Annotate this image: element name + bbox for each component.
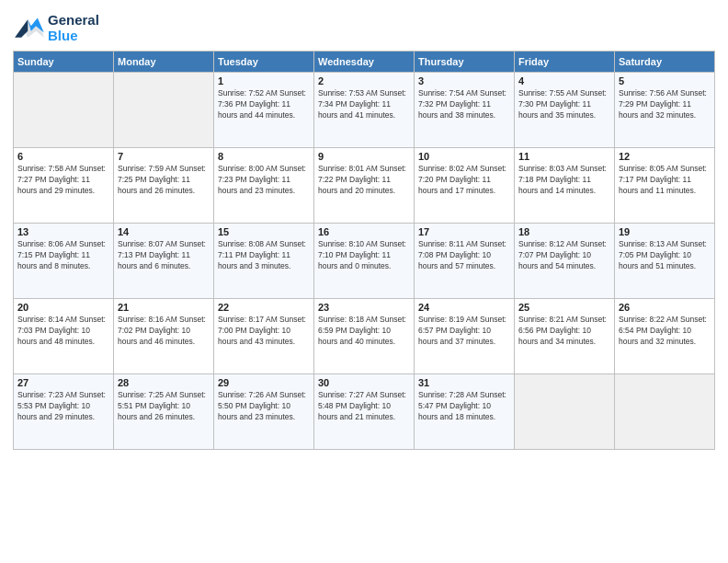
day-info: Sunrise: 7:26 AM Sunset: 5:50 PM Dayligh… xyxy=(218,390,310,423)
day-number: 27 xyxy=(17,377,109,388)
logo-general: General xyxy=(48,13,99,29)
day-number: 5 xyxy=(619,75,711,86)
day-header-monday: Monday xyxy=(114,52,214,73)
day-cell: 11Sunrise: 8:03 AM Sunset: 7:18 PM Dayli… xyxy=(515,148,615,224)
day-cell: 31Sunrise: 7:28 AM Sunset: 5:47 PM Dayli… xyxy=(415,374,515,450)
day-cell: 25Sunrise: 8:21 AM Sunset: 6:56 PM Dayli… xyxy=(515,299,615,374)
day-cell: 10Sunrise: 8:02 AM Sunset: 7:20 PM Dayli… xyxy=(415,148,515,224)
day-cell: 2Sunrise: 7:53 AM Sunset: 7:34 PM Daylig… xyxy=(314,73,415,148)
day-info: Sunrise: 8:08 AM Sunset: 7:11 PM Dayligh… xyxy=(218,239,310,272)
day-info: Sunrise: 8:17 AM Sunset: 7:00 PM Dayligh… xyxy=(218,315,310,348)
week-row-1: 1Sunrise: 7:52 AM Sunset: 7:36 PM Daylig… xyxy=(14,73,715,148)
day-cell xyxy=(114,73,214,148)
day-cell: 26Sunrise: 8:22 AM Sunset: 6:54 PM Dayli… xyxy=(615,299,715,374)
day-cell: 4Sunrise: 7:55 AM Sunset: 7:30 PM Daylig… xyxy=(515,73,615,148)
day-number: 10 xyxy=(418,151,510,162)
day-info: Sunrise: 7:52 AM Sunset: 7:36 PM Dayligh… xyxy=(218,88,310,121)
page-container: General Blue SundayMondayTuesdayWednesda… xyxy=(0,0,728,563)
day-info: Sunrise: 8:07 AM Sunset: 7:13 PM Dayligh… xyxy=(118,239,210,272)
day-number: 8 xyxy=(218,151,310,162)
day-cell: 3Sunrise: 7:54 AM Sunset: 7:32 PM Daylig… xyxy=(415,73,515,148)
day-info: Sunrise: 7:27 AM Sunset: 5:48 PM Dayligh… xyxy=(318,390,410,423)
day-info: Sunrise: 8:10 AM Sunset: 7:10 PM Dayligh… xyxy=(318,239,410,272)
day-info: Sunrise: 8:21 AM Sunset: 6:56 PM Dayligh… xyxy=(518,315,610,348)
day-info: Sunrise: 8:22 AM Sunset: 6:54 PM Dayligh… xyxy=(619,315,711,348)
day-info: Sunrise: 8:16 AM Sunset: 7:02 PM Dayligh… xyxy=(118,315,210,348)
week-row-5: 27Sunrise: 7:23 AM Sunset: 5:53 PM Dayli… xyxy=(14,374,715,450)
day-info: Sunrise: 8:14 AM Sunset: 7:03 PM Dayligh… xyxy=(17,315,109,348)
day-info: Sunrise: 7:58 AM Sunset: 7:27 PM Dayligh… xyxy=(17,164,109,197)
day-info: Sunrise: 8:01 AM Sunset: 7:22 PM Dayligh… xyxy=(318,164,410,197)
logo: General Blue xyxy=(13,13,99,43)
day-info: Sunrise: 8:18 AM Sunset: 6:59 PM Dayligh… xyxy=(318,315,410,348)
day-number: 25 xyxy=(518,302,610,313)
day-cell: 28Sunrise: 7:25 AM Sunset: 5:51 PM Dayli… xyxy=(114,374,214,450)
day-header-sunday: Sunday xyxy=(14,52,114,73)
day-number: 14 xyxy=(118,226,210,237)
day-info: Sunrise: 7:28 AM Sunset: 5:47 PM Dayligh… xyxy=(418,390,510,423)
day-cell: 16Sunrise: 8:10 AM Sunset: 7:10 PM Dayli… xyxy=(314,224,415,299)
day-number: 24 xyxy=(418,302,510,313)
header-row: SundayMondayTuesdayWednesdayThursdayFrid… xyxy=(14,52,715,73)
day-number: 1 xyxy=(218,75,310,86)
day-number: 11 xyxy=(518,151,610,162)
day-cell: 8Sunrise: 8:00 AM Sunset: 7:23 PM Daylig… xyxy=(214,148,314,224)
logo-blue: Blue xyxy=(48,29,99,44)
day-cell: 6Sunrise: 7:58 AM Sunset: 7:27 PM Daylig… xyxy=(14,148,114,224)
day-number: 2 xyxy=(318,75,410,86)
day-cell: 12Sunrise: 8:05 AM Sunset: 7:17 PM Dayli… xyxy=(615,148,715,224)
day-cell: 19Sunrise: 8:13 AM Sunset: 7:05 PM Dayli… xyxy=(615,224,715,299)
day-info: Sunrise: 8:05 AM Sunset: 7:17 PM Dayligh… xyxy=(619,164,711,197)
day-info: Sunrise: 7:56 AM Sunset: 7:29 PM Dayligh… xyxy=(619,88,711,121)
day-info: Sunrise: 8:02 AM Sunset: 7:20 PM Dayligh… xyxy=(418,164,510,197)
day-number: 29 xyxy=(218,377,310,388)
day-number: 6 xyxy=(17,151,109,162)
week-row-3: 13Sunrise: 8:06 AM Sunset: 7:15 PM Dayli… xyxy=(14,224,715,299)
day-number: 3 xyxy=(418,75,510,86)
day-cell: 17Sunrise: 8:11 AM Sunset: 7:08 PM Dayli… xyxy=(415,224,515,299)
day-number: 20 xyxy=(17,302,109,313)
day-cell: 5Sunrise: 7:56 AM Sunset: 7:29 PM Daylig… xyxy=(615,73,715,148)
day-cell: 1Sunrise: 7:52 AM Sunset: 7:36 PM Daylig… xyxy=(214,73,314,148)
day-cell: 15Sunrise: 8:08 AM Sunset: 7:11 PM Dayli… xyxy=(214,224,314,299)
day-number: 22 xyxy=(218,302,310,313)
day-cell: 13Sunrise: 8:06 AM Sunset: 7:15 PM Dayli… xyxy=(14,224,114,299)
day-info: Sunrise: 8:03 AM Sunset: 7:18 PM Dayligh… xyxy=(518,164,610,197)
day-number: 12 xyxy=(619,151,711,162)
day-info: Sunrise: 7:25 AM Sunset: 5:51 PM Dayligh… xyxy=(118,390,210,423)
day-number: 26 xyxy=(619,302,711,313)
day-header-tuesday: Tuesday xyxy=(214,52,314,73)
day-cell: 30Sunrise: 7:27 AM Sunset: 5:48 PM Dayli… xyxy=(314,374,415,450)
header: General Blue xyxy=(13,9,715,43)
day-header-saturday: Saturday xyxy=(615,52,715,73)
day-cell xyxy=(515,374,615,450)
day-number: 9 xyxy=(318,151,410,162)
day-info: Sunrise: 8:11 AM Sunset: 7:08 PM Dayligh… xyxy=(418,239,510,272)
day-cell: 14Sunrise: 8:07 AM Sunset: 7:13 PM Dayli… xyxy=(114,224,214,299)
day-cell: 21Sunrise: 8:16 AM Sunset: 7:02 PM Dayli… xyxy=(114,299,214,374)
week-row-4: 20Sunrise: 8:14 AM Sunset: 7:03 PM Dayli… xyxy=(14,299,715,374)
day-cell: 20Sunrise: 8:14 AM Sunset: 7:03 PM Dayli… xyxy=(14,299,114,374)
day-header-wednesday: Wednesday xyxy=(314,52,415,73)
day-cell: 9Sunrise: 8:01 AM Sunset: 7:22 PM Daylig… xyxy=(314,148,415,224)
day-cell xyxy=(14,73,114,148)
day-cell: 23Sunrise: 8:18 AM Sunset: 6:59 PM Dayli… xyxy=(314,299,415,374)
day-number: 21 xyxy=(118,302,210,313)
day-info: Sunrise: 7:53 AM Sunset: 7:34 PM Dayligh… xyxy=(318,88,410,121)
logo-text-block: General Blue xyxy=(48,13,99,43)
day-info: Sunrise: 7:59 AM Sunset: 7:25 PM Dayligh… xyxy=(118,164,210,197)
day-info: Sunrise: 7:54 AM Sunset: 7:32 PM Dayligh… xyxy=(418,88,510,121)
day-header-thursday: Thursday xyxy=(415,52,515,73)
day-info: Sunrise: 7:23 AM Sunset: 5:53 PM Dayligh… xyxy=(17,390,109,423)
day-info: Sunrise: 8:13 AM Sunset: 7:05 PM Dayligh… xyxy=(619,239,711,272)
day-info: Sunrise: 8:06 AM Sunset: 7:15 PM Dayligh… xyxy=(17,239,109,272)
svg-marker-2 xyxy=(15,19,28,37)
week-row-2: 6Sunrise: 7:58 AM Sunset: 7:27 PM Daylig… xyxy=(14,148,715,224)
day-number: 13 xyxy=(17,226,109,237)
calendar-table: SundayMondayTuesdayWednesdayThursdayFrid… xyxy=(13,51,715,450)
day-number: 4 xyxy=(518,75,610,86)
logo-icon xyxy=(13,15,46,42)
day-cell xyxy=(615,374,715,450)
day-number: 23 xyxy=(318,302,410,313)
day-cell: 22Sunrise: 8:17 AM Sunset: 7:00 PM Dayli… xyxy=(214,299,314,374)
